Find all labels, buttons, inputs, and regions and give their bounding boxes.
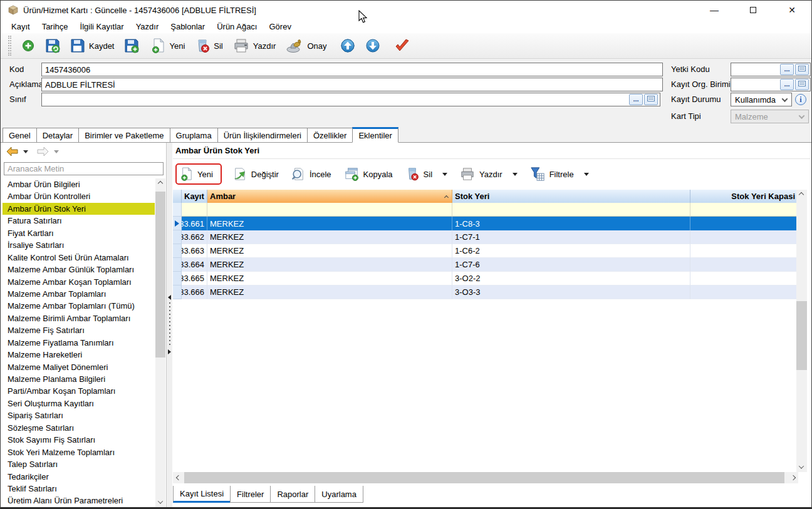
cell-kayit[interactable]: 33.666 [182,285,207,299]
menu-item[interactable]: Ürün Ağacı [212,22,261,31]
scroll-down-icon[interactable] [796,462,806,472]
extensions-list-item[interactable]: Malzeme Ambar Toplamları (Tümü) [3,300,155,312]
scrollbar-thumb[interactable] [796,301,807,370]
grid-header-kayit[interactable]: Kayıt ... [182,190,207,203]
grid-data-row[interactable]: 33.666 MERKEZ 3-O3-3 [173,285,798,299]
menu-item[interactable]: İlgili Kayıtlar [76,22,128,31]
add-record-button[interactable] [18,37,39,54]
grid-new-button[interactable]: Yeni [180,167,213,181]
filter-cell-ambar[interactable] [207,203,452,217]
close-button[interactable]: ✕ [773,1,811,19]
sinif-field[interactable] [41,93,660,106]
cell-kapasite[interactable] [690,230,798,244]
scrollbar-thumb[interactable] [155,192,165,357]
cell-kapasite[interactable] [690,285,798,299]
extensions-list-item[interactable]: Üretim Alanı Ürün Parametreleri [3,495,155,506]
grid-bottom-tab[interactable]: Uyarlama [315,486,363,503]
splitter-collapse-handle[interactable] [168,295,172,354]
new-button[interactable]: Yeni [148,36,189,55]
extensions-list-item[interactable]: Malzeme Maliyet Dönemleri [3,361,155,373]
grid-bottom-tab[interactable]: Kayıt Listesi [173,486,231,503]
toolbar-grip[interactable] [8,36,11,56]
cell-kayit[interactable]: 33.661 [182,217,207,230]
cell-kayit[interactable]: 33.664 [182,258,207,272]
grid-horizontal-scrollbar[interactable] [173,472,798,483]
card-tab[interactable]: Detaylar [36,128,79,142]
scroll-up-icon[interactable] [796,190,806,200]
delete-button[interactable]: Sil [191,36,226,55]
extensions-list-item[interactable]: Teklif Satırları [3,483,155,495]
save-as-new-button[interactable] [120,36,143,55]
extensions-list-item[interactable]: Malzeme Ambar Toplamları [3,288,155,300]
cell-kapasite[interactable] [690,244,798,258]
card-tab[interactable]: Birimler ve Paketleme [78,128,170,142]
cell-kayit[interactable]: 33.663 [182,244,207,258]
cell-stok-yeri[interactable]: 1-C8-3 [452,217,690,230]
extensions-list-item[interactable]: Sipariş Satırları [3,409,155,421]
grid-copy-button[interactable]: Kopyala [338,163,399,185]
cell-stok-yeri[interactable]: 1-C7-1 [452,230,690,244]
grid-view-button[interactable]: İncele [285,163,338,185]
sidebar-scrollbar[interactable] [155,178,165,507]
print-button[interactable]: Yazdır [229,36,280,55]
grid-vertical-scrollbar[interactable] [796,190,807,472]
panel-splitter[interactable] [166,143,172,507]
extensions-list-item[interactable]: Malzeme Fiyatlama Tanımları [3,337,155,349]
scrollbar-thumb[interactable] [184,472,784,483]
menu-item[interactable]: Tarihçe [38,22,73,31]
extensions-list-item[interactable]: Stok Yeri Malzeme Toplamları [3,446,155,458]
card-tab[interactable]: Gruplama [170,128,218,142]
filter-cell-kapasite[interactable] [690,203,798,217]
cell-stok-yeri[interactable]: 1-C7-6 [452,258,690,272]
cell-ambar[interactable]: MERKEZ [207,217,452,230]
card-tab[interactable]: Eklentiler [352,127,398,143]
cell-kapasite[interactable] [690,258,798,272]
scroll-down-icon[interactable] [155,497,165,507]
card-tab[interactable]: Özellikler [307,128,353,142]
scroll-left-icon[interactable] [173,472,184,483]
sinif-list-button[interactable] [644,94,658,105]
kod-field[interactable] [41,63,663,76]
save-refresh-button[interactable] [41,36,64,55]
filter-dropdown-caret-icon[interactable] [584,173,589,176]
extensions-list-item[interactable]: Malzeme Planlama Bilgileri [3,373,155,385]
kayit-durumu-select[interactable]: Kullanımda [731,93,792,106]
extensions-list-item[interactable]: Malzeme Ambar Koşan Toplamları [3,276,155,288]
extensions-list-item[interactable]: Ambar Ürün Kontrolleri [3,190,155,202]
extensions-list-item[interactable]: Kalite Kontrol Seti Ürün Atamaları [3,252,155,264]
extensions-list-item[interactable]: Malzeme Hareketleri [3,349,155,361]
cell-ambar[interactable]: MERKEZ [207,230,452,244]
scroll-up-icon[interactable] [155,178,165,188]
save-button[interactable]: Kaydet [66,36,118,55]
cell-ambar[interactable]: MERKEZ [207,244,452,258]
next-record-button[interactable] [362,36,384,55]
back-arrow-icon[interactable] [6,147,18,157]
grid-filter-button[interactable]: Filtrele [524,163,595,185]
cell-ambar[interactable]: MERKEZ [207,258,452,272]
forward-arrow-icon[interactable] [37,147,49,157]
cell-kayit[interactable]: 33.665 [182,272,207,285]
cell-ambar[interactable]: MERKEZ [207,285,452,299]
forward-dropdown-caret-icon[interactable] [54,150,59,153]
approve-button[interactable]: Onay [282,36,330,55]
info-icon[interactable]: i [795,94,806,105]
confirm-button[interactable] [390,36,414,55]
filter-cell-kayit[interactable] [182,203,207,217]
grid-header-ambar[interactable]: Ambar [207,190,452,203]
filter-cell-stok-yeri[interactable] [452,203,690,217]
extensions-list-item[interactable]: Seri Oluşturma Kayıtları [3,398,155,409]
grid-data-row[interactable]: 33.664 MERKEZ 1-C7-6 [173,258,798,272]
minimize-button[interactable]: — [695,1,734,19]
grid-print-button[interactable]: Yazdır [454,163,524,185]
extensions-list-item[interactable]: Malzeme Birimli Ambar Toplamları [3,312,155,324]
extensions-list-item[interactable]: Talep Satırları [3,458,155,470]
extensions-list-item[interactable]: Ambar Ürün Bilgileri [3,178,155,190]
grid-data-row[interactable]: 33.662 MERKEZ 1-C7-1 [173,230,798,244]
extensions-list-item[interactable]: Malzeme Fiş Satırları [3,324,155,336]
grid-data-row[interactable]: 33.661 MERKEZ 1-C8-3 [173,217,798,230]
cell-stok-yeri[interactable]: 3-O3-3 [452,285,690,299]
cell-kapasite[interactable] [690,272,798,285]
grid-data-row[interactable]: 33.665 MERKEZ 3-O2-2 [173,272,798,285]
scroll-right-icon[interactable] [788,472,798,483]
maximize-button[interactable] [734,1,773,19]
